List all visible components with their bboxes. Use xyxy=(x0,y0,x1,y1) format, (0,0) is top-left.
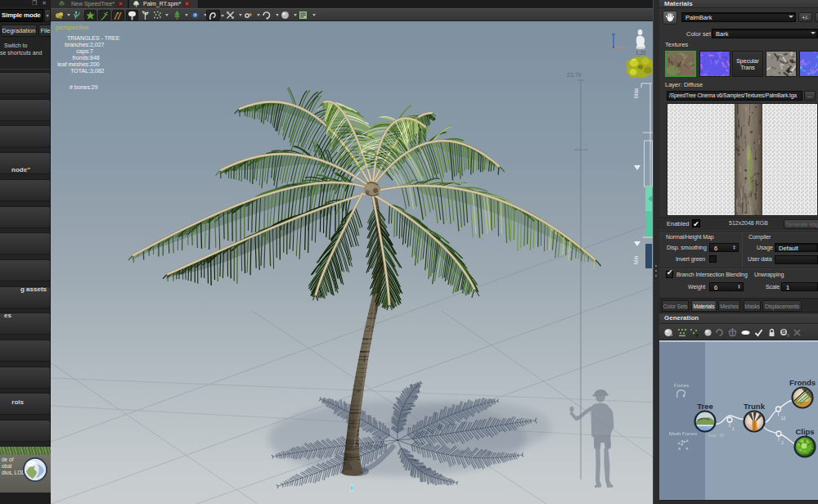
sidebar-section-button[interactable] xyxy=(0,340,51,362)
edge-connector[interactable] xyxy=(776,431,781,436)
node-graph-canvas[interactable]: ForcesMesh Forces1122Year: 30TreeTrunkFr… xyxy=(659,340,818,500)
bones-count: # bones:29 xyxy=(70,84,98,90)
chevron-down-icon[interactable] xyxy=(221,15,224,17)
sidebar-section-button[interactable] xyxy=(0,179,51,201)
sidebar-section-button[interactable] xyxy=(0,367,51,389)
generation-node-graph[interactable]: ForcesMesh Forces1122Year: 30TreeTrunkFr… xyxy=(659,340,818,500)
panel-tab-color-sets[interactable]: Color Sets xyxy=(662,300,689,312)
disp-smoothing-spinner[interactable]: 6 ▲ ▼ xyxy=(709,243,739,252)
browse-button[interactable]: ... xyxy=(804,91,816,101)
node-label: Clips xyxy=(795,427,814,436)
target-tool-button[interactable] xyxy=(243,10,255,20)
texture-path-field[interactable]: /SpeedTree Cinema v6/Samples/Textures/Pa… xyxy=(667,91,802,101)
sidebar-section-button[interactable] xyxy=(0,72,51,94)
scatter-tool-button[interactable] xyxy=(152,10,164,20)
lock-button[interactable] xyxy=(766,326,778,338)
sidebar-section-button[interactable] xyxy=(0,232,51,254)
document-tab-palm-rt[interactable]: Palm_RT.spm* ✕ xyxy=(129,0,199,8)
panel-tab-materials[interactable]: Materials xyxy=(691,300,717,312)
hook-tool-button[interactable] xyxy=(206,10,220,20)
sidebar-section-label: rols xyxy=(11,398,24,406)
chevron-down-icon[interactable] xyxy=(257,14,260,16)
specular-trans-thumb[interactable]: SpecularTrans xyxy=(732,51,763,77)
enabled-checkbox[interactable]: ✔ xyxy=(692,219,700,227)
edge-connector[interactable] xyxy=(727,417,732,422)
generate-map-button[interactable]: Generate Map xyxy=(784,219,818,229)
spine-tool-button[interactable] xyxy=(112,10,124,20)
panel-tab-masks[interactable]: Masks xyxy=(744,300,761,312)
sidebar-section-button[interactable] xyxy=(0,420,51,442)
sidebar-section-button[interactable] xyxy=(0,125,51,147)
panel-splitter[interactable] xyxy=(653,0,659,504)
delete-button[interactable] xyxy=(792,326,803,338)
sphere-button[interactable] xyxy=(663,326,675,338)
material-name-combo[interactable]: PalmBark xyxy=(681,12,796,22)
color-set-combo[interactable]: Bark xyxy=(712,29,818,38)
usage-combo[interactable]: Default xyxy=(775,243,818,252)
scatter-green-button[interactable] xyxy=(689,326,700,338)
close-tab-icon[interactable]: ✕ xyxy=(117,1,124,7)
generator-node-clips[interactable] xyxy=(795,437,816,457)
sphere-small-button[interactable] xyxy=(703,326,714,338)
figurine-icon xyxy=(636,29,645,49)
axis-gizmo-icon xyxy=(612,34,626,48)
chevron-down-icon[interactable] xyxy=(276,14,279,16)
sidebar-section-button[interactable] xyxy=(0,259,51,281)
tree-tool-button[interactable] xyxy=(126,10,138,20)
diffuse-texture-thumb[interactable] xyxy=(665,51,696,77)
ivy-button[interactable] xyxy=(727,326,739,338)
frond-tool-button[interactable] xyxy=(98,10,110,20)
panel-tab-meshes[interactable]: Meshes xyxy=(718,300,740,312)
rotate-button[interactable] xyxy=(714,326,726,338)
user-data-label: User data xyxy=(748,256,771,262)
scale-field[interactable]: 1 xyxy=(781,282,818,291)
mini-tree-tool-button[interactable] xyxy=(172,10,183,20)
detail-texture-thumb[interactable] xyxy=(766,51,797,77)
generator-node-tree[interactable] xyxy=(695,412,716,434)
panel-tab-displacements[interactable]: Displacements xyxy=(762,300,802,312)
branch-tool-button[interactable] xyxy=(73,10,83,20)
add-remove-material-button[interactable]: +/- xyxy=(798,12,812,22)
material-extra-button[interactable]: + xyxy=(815,12,818,22)
rotate-tool-button[interactable] xyxy=(261,10,274,20)
chevron-down-icon[interactable] xyxy=(185,14,188,16)
grid-green-button[interactable] xyxy=(677,326,689,338)
document-tab-new-speedtree[interactable]: New SpeedTree* ✕ xyxy=(51,0,128,8)
generator-node-fronds[interactable] xyxy=(793,388,813,409)
invert-green-checkbox[interactable] xyxy=(709,255,717,263)
check-button[interactable] xyxy=(753,326,765,338)
fruit-tool-button[interactable] xyxy=(54,10,65,20)
sphere-tool-button[interactable] xyxy=(280,10,292,20)
chevron-down-icon[interactable] xyxy=(312,14,316,16)
weight-spinner[interactable]: 6 ▲ ▼ xyxy=(709,282,744,291)
hand-tool-button[interactable] xyxy=(663,11,677,25)
normal-texture-thumb[interactable] xyxy=(699,51,730,77)
simple-mode-dropdown-arrow[interactable]: ▼ xyxy=(44,9,51,22)
sidebar-section-button[interactable] xyxy=(0,99,51,121)
disc-button[interactable] xyxy=(740,326,752,338)
transform-tool-button[interactable] xyxy=(225,10,237,20)
viewport-3d[interactable]: perspective TRIANGLES - TREE branches:2,… xyxy=(51,21,653,504)
cluster-preview-blob xyxy=(627,56,653,78)
view-mode-label[interactable]: perspective xyxy=(56,24,89,31)
chevron-down-icon[interactable] xyxy=(67,14,70,16)
badge-button[interactable]: BII xyxy=(779,326,790,338)
leaf-tool-button[interactable] xyxy=(84,10,97,20)
chevron-down-icon[interactable] xyxy=(239,14,242,16)
chevron-down-icon[interactable] xyxy=(165,14,169,16)
chevron-down-icon[interactable] xyxy=(294,14,297,16)
generator-node-trunk[interactable] xyxy=(744,411,765,432)
close-tab-icon[interactable]: ✕ xyxy=(183,1,191,7)
simple-mode-dropdown[interactable]: Simple mode xyxy=(0,9,43,22)
sidebar-section-button[interactable] xyxy=(0,393,51,415)
tab-degradation[interactable]: Degradation xyxy=(1,25,37,37)
sprout-tool-button[interactable] xyxy=(140,10,151,20)
panel-window-buttons[interactable]: ❐ ✕ xyxy=(32,0,48,7)
lod-list-tool-button[interactable] xyxy=(298,10,311,20)
tree-file-icon xyxy=(133,1,140,7)
user-data-field[interactable] xyxy=(775,255,818,264)
camera-eye-tool-button[interactable] xyxy=(190,10,202,20)
detail-normal-thumb[interactable] xyxy=(799,51,818,77)
edge-connector[interactable] xyxy=(776,407,781,412)
sidebar-section-button[interactable] xyxy=(0,206,51,228)
